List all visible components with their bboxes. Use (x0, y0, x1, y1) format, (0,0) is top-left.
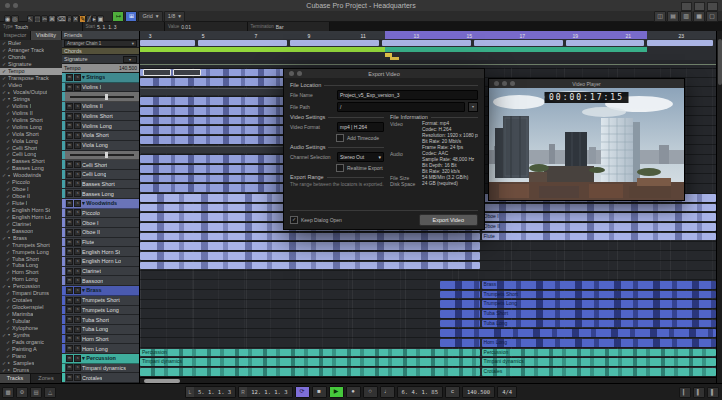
visibility-item[interactable]: ✓Chords (0, 54, 62, 61)
visibility-item[interactable]: ✓Trumpets Short (0, 241, 62, 248)
check-icon[interactable]: ✓ (0, 283, 8, 289)
check-icon[interactable]: ✓ (4, 221, 12, 227)
tab-zones[interactable]: Zones (31, 374, 62, 383)
track-header-tuba-short[interactable]: msTuba Short (62, 315, 139, 325)
mute-button[interactable]: m (66, 161, 73, 168)
midi-clip[interactable] (140, 368, 480, 376)
solo-button[interactable]: s (74, 113, 81, 120)
routing-icon[interactable]: ⚙ (16, 387, 28, 398)
mute-button[interactable]: m (66, 171, 73, 178)
mute-button[interactable]: m (66, 84, 73, 91)
check-icon[interactable]: ✓ (4, 339, 12, 345)
check-icon[interactable]: ✓ (4, 179, 12, 185)
export-video-button[interactable]: Export Video (419, 214, 478, 226)
midi-clip[interactable]: Timpani dynamics (482, 358, 716, 366)
visibility-item[interactable]: ✓Glockenspiel (0, 304, 62, 311)
mute-button[interactable]: m (66, 122, 73, 129)
visibility-item[interactable]: ✓Oboe I (0, 186, 62, 193)
mute-button[interactable]: m (66, 258, 73, 265)
check-icon[interactable]: ✓ (0, 235, 8, 241)
check-icon[interactable]: ✓ (4, 186, 12, 192)
chord-events[interactable] (385, 47, 647, 52)
check-icon[interactable]: ✓ (4, 249, 12, 255)
grid-type-dropdown[interactable]: Grid▾ (138, 11, 162, 22)
video-format-value[interactable]: mp4 | H.264 (337, 122, 384, 132)
check-icon[interactable]: ✓ (4, 158, 12, 164)
arrangement-lane[interactable]: Trumpets Short (140, 290, 716, 300)
mute-button[interactable]: m (66, 219, 73, 226)
track-header-violins-i[interactable]: msViolins I (62, 83, 139, 93)
solo-button[interactable]: s (74, 316, 81, 323)
cycle-region[interactable] (385, 31, 647, 39)
check-icon[interactable]: ✓ (4, 103, 12, 109)
track-header-oboe-ii[interactable]: msOboe II (62, 228, 139, 238)
arrangement-lane[interactable] (140, 271, 716, 281)
tab-visibility[interactable]: Visibility (31, 31, 62, 40)
solo-button[interactable]: s (74, 345, 81, 352)
check-icon[interactable]: ✓ (4, 325, 12, 331)
visibility-item[interactable]: ✓Viola Short (0, 130, 62, 137)
add-timecode-checkbox[interactable] (336, 134, 344, 142)
visibility-item[interactable]: ✓▾Percussion (0, 283, 62, 290)
visibility-item[interactable]: ✓Oboe II (0, 193, 62, 200)
arranger-event[interactable] (566, 40, 644, 46)
mute-button[interactable]: m (66, 277, 73, 284)
tempo-display[interactable]: 140.500 (462, 386, 495, 398)
track-header-basses-long[interactable]: msBasses Long (62, 189, 139, 199)
mute-button[interactable]: m (66, 200, 73, 207)
check-icon[interactable]: ✓ (4, 346, 12, 352)
play-button[interactable]: ▶ (329, 386, 344, 398)
check-icon[interactable]: ✓ (4, 318, 12, 324)
midi-activity-icon[interactable]: ▍ (693, 387, 705, 398)
visibility-item[interactable]: ✓Tempo (0, 68, 62, 75)
visibility-item[interactable]: ✓Arranger Track (0, 47, 62, 54)
midi-clip[interactable]: Oboe I (482, 213, 716, 221)
solo-button[interactable]: s (74, 142, 81, 149)
visibility-item[interactable]: ✓Pads organic (0, 338, 62, 345)
check-icon[interactable]: ✓ (4, 242, 12, 248)
visibility-item[interactable]: ✓▸Drums (0, 366, 62, 373)
track-header-brass[interactable]: ms▾ Brass (62, 286, 139, 296)
track-header-violins-long[interactable]: msViolins Long (62, 121, 139, 131)
solo-button[interactable]: s (74, 122, 81, 129)
check-icon[interactable]: ✓ (4, 214, 12, 220)
solo-button[interactable]: s (74, 374, 81, 381)
mute-button[interactable]: m (66, 287, 73, 294)
track-header-oboe-i[interactable]: msOboe I (62, 218, 139, 228)
check-icon[interactable]: ✓ (4, 138, 12, 144)
visibility-item[interactable]: ✓Violins Long (0, 123, 62, 130)
track-header-clarinet[interactable]: msClarinet (62, 267, 139, 277)
visibility-item[interactable]: ✓Piccolo (0, 179, 62, 186)
check-icon[interactable]: ✓ (4, 110, 12, 116)
visibility-item[interactable]: ✓Horn Long (0, 276, 62, 283)
check-icon[interactable]: ✓ (4, 193, 12, 199)
check-icon[interactable]: ✓ (0, 89, 8, 95)
signature-track-row[interactable]: Signature▾ (62, 55, 139, 64)
solo-button[interactable]: s (74, 200, 81, 207)
track-header-english-horn-st[interactable]: msEnglish Horn St (62, 247, 139, 257)
track-header-violins-short[interactable]: msViolins Short (62, 112, 139, 122)
solo-button[interactable]: s (74, 161, 81, 168)
solo-button[interactable]: s (74, 74, 81, 81)
midi-clip[interactable] (440, 329, 716, 337)
visibility-item[interactable]: ✓Flute I (0, 200, 62, 207)
zones-icon[interactable]: ▦ (693, 11, 705, 22)
track-folder-friends[interactable]: Friends (62, 31, 139, 40)
midi-clip[interactable] (173, 69, 201, 77)
mute-button[interactable]: m (66, 239, 73, 246)
track-header-percussion[interactable]: ms▾ Percussion (62, 354, 139, 364)
visibility-item[interactable]: ✓Celli Long (0, 151, 62, 158)
solo-button[interactable]: s (74, 364, 81, 371)
check-icon[interactable]: ✓ (0, 332, 8, 338)
tempo-track-row[interactable]: Tempo140.500 (62, 64, 139, 73)
mute-button[interactable]: m (66, 297, 73, 304)
chord-track-row[interactable]: Chords (62, 48, 139, 55)
solo-button[interactable]: s (74, 248, 81, 255)
arranger-event[interactable] (474, 40, 563, 46)
arrangement-lane[interactable]: Crotales (140, 367, 716, 377)
arranger-track-row[interactable]: Arranger Chain 1▾ (62, 40, 139, 48)
midi-clip[interactable] (482, 204, 716, 212)
channel-selection-dropdown[interactable]: Stereo Out▾ (337, 152, 384, 162)
visibility-item[interactable]: ✓Trumpets Long (0, 248, 62, 255)
mute-button[interactable]: m (66, 132, 73, 139)
